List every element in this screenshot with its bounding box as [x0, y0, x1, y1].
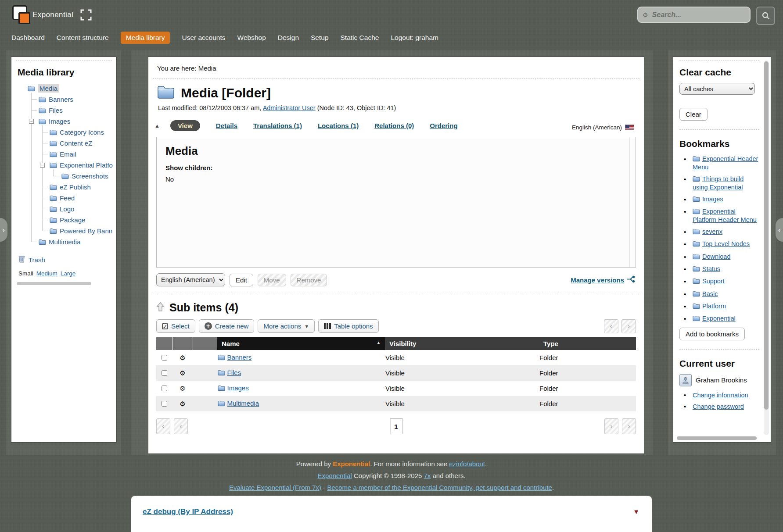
tab-details[interactable]: Details [216, 122, 237, 129]
tree-link-images[interactable]: Images [49, 118, 70, 125]
header-visibility[interactable]: Visibility [385, 337, 539, 350]
left-collapse-handle[interactable]: › [0, 218, 7, 242]
debug-toggle-icon[interactable]: ▼ [633, 508, 639, 515]
ezinfo-link[interactable]: ezinfo/about [449, 460, 485, 468]
bookmark-link-sevenx[interactable]: sevenx [702, 228, 722, 235]
left-horizontal-scrollbar[interactable] [17, 282, 91, 285]
row-checkbox[interactable] [162, 401, 167, 407]
trash-link[interactable]: Trash [29, 256, 45, 264]
tree-link-feed[interactable]: Feed [60, 194, 75, 202]
change-password-link[interactable]: Change password [693, 403, 744, 410]
nav-item-webshop[interactable]: Webshop [237, 32, 266, 44]
create-new-button[interactable]: + Create new [199, 319, 255, 333]
tree-link-email[interactable]: Email [60, 150, 76, 158]
collapse-minus-icon[interactable]: – [29, 119, 34, 124]
change-information-link[interactable]: Change information [693, 392, 748, 399]
row-checkbox[interactable] [162, 386, 167, 391]
app-logo[interactable] [12, 5, 32, 25]
nav-item-static-cache[interactable]: Static Cache [341, 32, 379, 44]
bookmark-link-status[interactable]: Status [702, 265, 720, 272]
row-gear-icon[interactable]: ⚙ [172, 365, 193, 381]
tab-view[interactable]: View [170, 120, 200, 131]
nav-item-setup[interactable]: Setup [311, 32, 329, 44]
tree-link-screenshots[interactable]: Screenshots [72, 172, 108, 180]
nav-item-user-accounts[interactable]: User accounts [182, 32, 225, 44]
bookmark-link-exponential[interactable]: Exponential [702, 315, 736, 322]
tree-link-files[interactable]: Files [49, 107, 63, 114]
tree-link-package[interactable]: Package [60, 216, 85, 224]
collapse-caret-icon[interactable]: ▲ [154, 123, 160, 129]
current-user-name: Graham Brookins [696, 376, 747, 384]
row-gear-icon[interactable]: ⚙ [172, 381, 193, 396]
header-name[interactable]: Name▲ [217, 337, 385, 350]
tree-link-ez-publish[interactable]: eZ Publish [60, 183, 91, 191]
scrollbar-thumb[interactable] [764, 61, 769, 410]
community-link[interactable]: Become a member of the Exponential Commu… [327, 484, 552, 491]
evaluate-link[interactable]: Evaluate Exponential (From 7x) [229, 484, 321, 491]
header-type[interactable]: Type [539, 337, 636, 350]
bookmark-link-top-level-nodes[interactable]: Top Level Nodes [702, 240, 750, 247]
row-gear-icon[interactable]: ⚙ [172, 350, 193, 365]
right-vertical-scrollbar[interactable] [764, 61, 769, 435]
right-horizontal-scrollbar[interactable] [677, 436, 757, 440]
tab-ordering[interactable]: Ordering [430, 122, 457, 129]
bookmark-link-download[interactable]: Download [702, 253, 731, 260]
folder-icon [50, 140, 57, 146]
tree-link-banners[interactable]: Banners [49, 96, 73, 103]
row-checkbox[interactable] [162, 355, 167, 361]
bookmark-link-platform[interactable]: Platform [702, 303, 726, 310]
row-link-images[interactable]: Images [227, 384, 249, 392]
tree-link-powered-by-bann[interactable]: Powered By Bann [60, 227, 112, 235]
more-actions-button[interactable]: More actions ▼ [258, 319, 315, 333]
bookmark-link-images[interactable]: Images [702, 196, 723, 203]
nav-item-logout-graham[interactable]: Logout: graham [391, 32, 438, 44]
nav-item-dashboard[interactable]: Dashboard [11, 32, 45, 44]
folder-icon [39, 239, 46, 245]
tab-locations-1[interactable]: Locations (1) [318, 122, 359, 129]
fullscreen-icon[interactable] [80, 9, 92, 22]
manage-versions-link[interactable]: Manage versions [571, 276, 624, 284]
language-select[interactable]: English (American) [156, 273, 225, 286]
bookmark-link-things-to-build-using-exponential[interactable]: Things to build using Exponential [693, 175, 743, 191]
nav-item-content-structure[interactable]: Content structure [57, 32, 109, 44]
table-options-button[interactable]: Table options [318, 319, 378, 333]
bookmark-link-exponential-header-menu[interactable]: Exponential Header Menu [693, 155, 758, 171]
tab-translations-1[interactable]: Translations (1) [253, 122, 302, 129]
tree-link-category-icons[interactable]: Category Icons [60, 129, 104, 136]
bookmark-link-support[interactable]: Support [702, 278, 725, 285]
debug-link[interactable]: eZ debug (By IP Address) [143, 507, 233, 516]
collapse-minus-icon[interactable]: – [40, 163, 45, 168]
folder-icon [218, 354, 225, 362]
row-link-banners[interactable]: Banners [227, 353, 252, 361]
row-link-multimedia[interactable]: Multimedia [227, 400, 259, 407]
nav-item-design[interactable]: Design [278, 32, 299, 44]
tree-link-logo[interactable]: Logo [60, 205, 74, 213]
size-large-link[interactable]: Large [61, 270, 76, 277]
edit-button[interactable]: Edit [230, 274, 253, 286]
modifier-link[interactable]: Administrator User [263, 104, 316, 111]
row-link-files[interactable]: Files [227, 369, 241, 376]
tree-link-content-ez[interactable]: Content eZ [60, 139, 92, 147]
search-input[interactable] [651, 11, 749, 19]
tree-link-media[interactable]: Media [38, 84, 59, 93]
tree-link-multimedia[interactable]: Multimedia [49, 238, 81, 246]
add-to-bookmarks-button[interactable]: Add to bookmarks [679, 328, 745, 340]
right-collapse-handle[interactable]: ‹ [776, 218, 783, 242]
row-checkbox[interactable] [162, 370, 167, 376]
tree-connector [31, 99, 37, 100]
select-button[interactable]: ✓ Select [156, 319, 195, 333]
tree-link-exponential-platfo[interactable]: Exponential Platfo [60, 161, 113, 169]
row-gear-icon[interactable]: ⚙ [172, 396, 193, 411]
size-medium-link[interactable]: Medium [36, 270, 57, 277]
seven-x-link[interactable]: 7x [424, 472, 431, 479]
tab-relations-0[interactable]: Relations (0) [374, 122, 414, 129]
nav-item-media-library[interactable]: Media library [121, 32, 170, 44]
search-button[interactable] [756, 7, 775, 25]
cache-select[interactable]: All caches [679, 83, 755, 95]
clear-cache-button[interactable]: Clear [679, 108, 708, 121]
bookmark-link-exponential-platform-header-menu[interactable]: Exponential Platform Header Menu [693, 208, 757, 223]
subitems-arrow-icon[interactable] [156, 302, 165, 314]
bookmark-link-basic[interactable]: Basic [702, 290, 718, 297]
user-link-item: Change information [679, 392, 759, 399]
exponential-link[interactable]: Exponential [317, 472, 352, 479]
